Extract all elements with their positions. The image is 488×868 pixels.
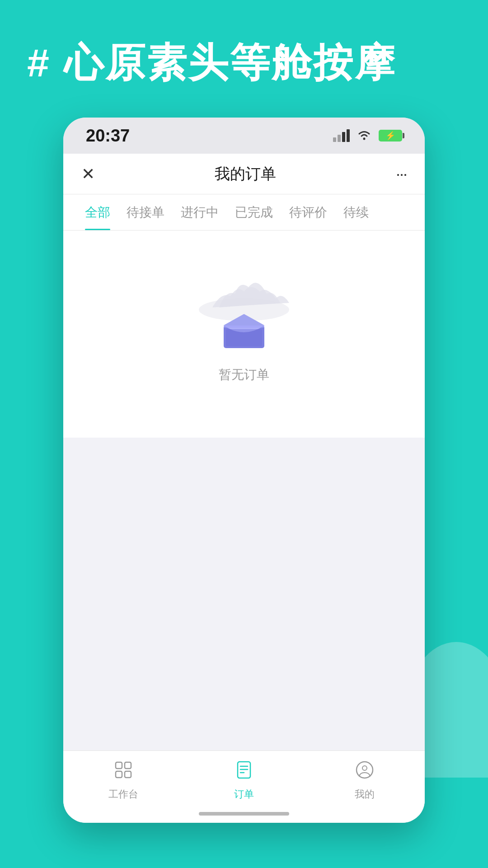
svg-rect-7: [116, 771, 122, 778]
wifi-icon: [357, 128, 371, 143]
svg-rect-8: [125, 771, 131, 778]
empty-text: 暂无订单: [219, 366, 269, 383]
tab-pending-accept[interactable]: 待接单: [118, 194, 173, 230]
mine-icon: [355, 760, 375, 784]
status-icons: ⚡: [333, 128, 402, 143]
empty-state-card: 暂无订单: [63, 231, 425, 438]
tab-workbench[interactable]: 工作台: [63, 760, 184, 801]
orders-icon: [234, 760, 254, 784]
svg-point-14: [362, 766, 367, 770]
close-button[interactable]: ✕: [81, 165, 95, 184]
tab-mine[interactable]: 我的: [304, 760, 425, 801]
home-indicator: [199, 812, 289, 816]
battery-icon: ⚡: [379, 130, 402, 142]
tab-orders[interactable]: 订单: [184, 760, 305, 801]
svg-rect-4: [226, 329, 262, 346]
svg-rect-6: [125, 762, 131, 769]
orders-label: 订单: [234, 788, 254, 801]
mine-label: 我的: [355, 788, 375, 801]
tab-more[interactable]: 待续: [335, 194, 377, 230]
workbench-label: 工作台: [108, 788, 138, 801]
envelope-illustration: [219, 307, 269, 348]
nav-bar: ✕ 我的订单 ···: [63, 154, 425, 194]
status-bar: 20:37 ⚡: [63, 118, 425, 154]
main-scroll-area: 暂无订单: [63, 231, 425, 750]
empty-illustration: [194, 267, 294, 348]
signal-icon: [333, 129, 350, 142]
svg-rect-3: [224, 326, 264, 328]
svg-point-0: [363, 138, 366, 140]
tab-completed[interactable]: 已完成: [227, 194, 281, 230]
tab-in-progress[interactable]: 进行中: [173, 194, 227, 230]
phone-frame: 20:37 ⚡: [63, 118, 425, 823]
headline-text: # 心原素头等舱按摩: [27, 36, 396, 90]
tab-all[interactable]: 全部: [77, 194, 118, 230]
tab-pending-review[interactable]: 待评价: [281, 194, 335, 230]
svg-rect-5: [116, 762, 122, 769]
remaining-space: [63, 438, 425, 750]
status-time: 20:37: [86, 126, 130, 146]
nav-title: 我的订单: [215, 164, 276, 184]
workbench-icon: [113, 760, 133, 784]
tabs-bar: 全部 待接单 进行中 已完成 待评价 待续: [63, 194, 425, 231]
more-button[interactable]: ···: [396, 165, 407, 184]
